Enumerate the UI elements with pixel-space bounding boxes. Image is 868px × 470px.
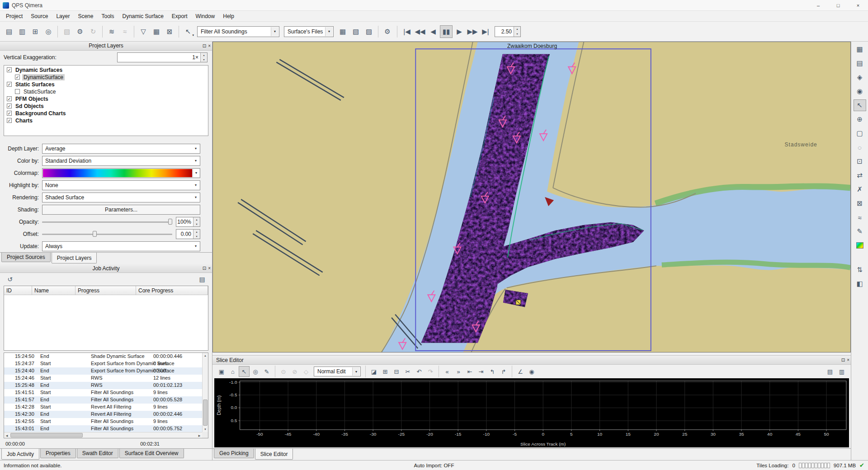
- map-canvas[interactable]: Zwaaikom Doesburg Stadsweide: [213, 42, 850, 352]
- colormap-select[interactable]: ▾: [42, 168, 200, 178]
- menu-tools[interactable]: Tools: [97, 11, 118, 22]
- play-icon[interactable]: ▶: [453, 25, 466, 38]
- spin-down-icon[interactable]: ▾: [193, 234, 200, 239]
- create-static-surface-icon[interactable]: ≈: [118, 25, 131, 38]
- colormap-tool-icon[interactable]: [854, 240, 866, 251]
- rotate-slice-left-icon[interactable]: ↰: [487, 366, 498, 377]
- opacity-spinner[interactable]: 100%▴▾: [176, 217, 200, 227]
- fast-forward-icon[interactable]: ▶▶: [466, 25, 479, 38]
- circle-select-icon[interactable]: ⊘: [289, 366, 300, 377]
- vertical-exaggeration-spinner[interactable]: 1× ▴▾: [117, 52, 208, 62]
- skip-to-end-icon[interactable]: ▶|: [479, 25, 492, 38]
- log-row[interactable]: 15:25:48EndRWS00:01:02.123: [4, 382, 202, 389]
- fast-rewind-icon[interactable]: ◀◀: [414, 25, 426, 38]
- menu-scene[interactable]: Scene: [74, 11, 97, 22]
- spinner-arrows[interactable]: ▴▾: [514, 27, 520, 37]
- swap-view-icon[interactable]: ⇅: [854, 264, 866, 276]
- accept-soundings-icon[interactable]: ⊞: [380, 366, 391, 377]
- tab-properties[interactable]: Properties: [40, 449, 76, 458]
- patch-tool-icon[interactable]: ▧: [349, 25, 362, 38]
- rotate-3d-view-icon[interactable]: ◈: [854, 71, 866, 83]
- spin-up-icon[interactable]: ▴: [193, 217, 200, 222]
- edit-pencil-icon[interactable]: ✎: [261, 366, 272, 377]
- layer-item-dynamicsurface[interactable]: ✓DynamicSurface: [4, 74, 208, 81]
- spinner-arrows[interactable]: ▴▾: [193, 230, 200, 239]
- add-raw-sonar-files-icon[interactable]: ⊞: [29, 25, 42, 38]
- measure-tool-icon[interactable]: ✎: [854, 226, 866, 237]
- tab-project-sources[interactable]: Project Sources: [1, 253, 51, 262]
- slice-tool-icon[interactable]: ▦: [336, 25, 349, 38]
- checkbox[interactable]: ✓: [7, 118, 12, 123]
- spin-up-icon[interactable]: ▴: [201, 53, 207, 57]
- spinner-arrows[interactable]: ▴▾: [200, 53, 207, 62]
- sounding-grid-view-icon[interactable]: ▦: [854, 43, 866, 55]
- horizontal-scrollbar[interactable]: ◀ ▶: [4, 432, 202, 438]
- list-menu-icon[interactable]: ▤: [197, 274, 208, 285]
- auto-reprocess-icon[interactable]: ↻: [87, 25, 99, 38]
- color-by-select[interactable]: Standard Deviation▾: [42, 156, 200, 166]
- float-panel-icon[interactable]: ⊡: [203, 43, 206, 48]
- layer-item-pfm-objects[interactable]: ✓PFM Objects: [4, 95, 208, 103]
- float-panel-icon[interactable]: ⊡: [203, 266, 206, 271]
- minimize-button[interactable]: –: [808, 0, 828, 10]
- point-select-icon[interactable]: ⊙: [278, 366, 289, 377]
- create-dynamic-surface-icon[interactable]: ≋: [105, 25, 118, 38]
- layer-item-sd-objects[interactable]: ✓Sd Objects: [4, 103, 208, 110]
- menu-layer[interactable]: Layer: [52, 11, 74, 22]
- column-progress[interactable]: Progress: [75, 286, 136, 295]
- log-row[interactable]: 15:43:01EndFilter All Soundings00:00:05.…: [4, 425, 202, 432]
- log-row[interactable]: 15:24:40EndExport Surface from Dynamic S…: [4, 367, 202, 375]
- rotate-slice-right-icon[interactable]: ↱: [498, 366, 509, 377]
- add-processed-points-icon[interactable]: ◎: [42, 25, 55, 38]
- grid-extent-icon[interactable]: ⊠: [854, 197, 866, 209]
- map-view[interactable]: Zwaaikom Doesburg Stadsweide: [212, 42, 851, 352]
- checkbox[interactable]: ✓: [15, 75, 20, 80]
- job-table[interactable]: ID Name Progress Core Progress: [4, 286, 208, 351]
- spin-up-icon[interactable]: ▴: [514, 27, 520, 32]
- menu-export[interactable]: Export: [168, 11, 192, 22]
- menu-project[interactable]: Project: [2, 11, 27, 22]
- log-row[interactable]: 15:41:51StartFilter All Soundings9 lines: [4, 389, 202, 396]
- log-row[interactable]: 15:24:37StartExport Surface from Dynamic…: [4, 360, 202, 367]
- surface-files-combo[interactable]: Surface's Files ▾: [284, 26, 334, 37]
- move-selection-icon[interactable]: ⇄: [854, 169, 866, 181]
- reject-soundings-icon[interactable]: ⊟: [391, 366, 402, 377]
- polygon-select-icon[interactable]: ◇: [301, 366, 311, 377]
- shading-parameters-button[interactable]: Parameters...: [42, 205, 200, 215]
- undo-edit-icon[interactable]: ↶: [414, 366, 425, 377]
- next-slice-icon[interactable]: »: [453, 366, 464, 377]
- slice-settings-gear-icon[interactable]: ⚙: [381, 25, 394, 38]
- skip-to-start-icon[interactable]: |◀: [401, 25, 413, 38]
- delete-area-icon[interactable]: ✗: [854, 183, 866, 195]
- log-row[interactable]: 15:42:55StartFilter All Soundings9 lines: [4, 418, 202, 425]
- column-name[interactable]: Name: [32, 286, 75, 295]
- rendering-select[interactable]: Shaded Surface▾: [42, 193, 200, 202]
- menu-source[interactable]: Source: [27, 11, 52, 22]
- checkbox[interactable]: ✓: [7, 103, 12, 108]
- sounding-grid-icon[interactable]: ▦: [150, 25, 163, 38]
- globe-view-icon[interactable]: ◉: [854, 85, 866, 97]
- checkbox[interactable]: ✓: [7, 82, 12, 87]
- new-project-icon[interactable]: ▤: [3, 25, 15, 38]
- highlight-by-select[interactable]: None▾: [42, 180, 200, 190]
- slider-handle[interactable]: [168, 219, 172, 225]
- pick-mode-icon[interactable]: ↖▾: [182, 25, 194, 38]
- scroll-right-icon[interactable]: ▶: [197, 432, 202, 438]
- shrink-slice-icon[interactable]: ⇤: [464, 366, 475, 377]
- slope-filter-icon[interactable]: ∠: [515, 366, 526, 377]
- scroll-down-icon[interactable]: ▼: [203, 427, 208, 432]
- zoom-window-icon[interactable]: ⊕: [854, 113, 866, 125]
- log-row[interactable]: 15:24:46StartRWS12 lines: [4, 375, 202, 382]
- profile-tool-icon[interactable]: ≈: [854, 212, 866, 223]
- slider-handle[interactable]: [93, 231, 97, 237]
- lasso-select-icon[interactable]: ◌: [854, 141, 866, 153]
- playback-speed-spinner[interactable]: 2.50 ▴▾: [495, 26, 521, 37]
- report-view-icon[interactable]: ▤: [825, 366, 835, 377]
- layer-item-background-charts[interactable]: ✓Background Charts: [4, 110, 208, 117]
- menu-help[interactable]: Help: [219, 11, 238, 22]
- layer-tree[interactable]: ✓Dynamic Surfaces✓DynamicSurface✓Static …: [4, 65, 208, 136]
- step-back-icon[interactable]: ◀: [427, 25, 439, 38]
- update-select[interactable]: Always▾: [42, 241, 200, 251]
- previous-slice-icon[interactable]: «: [442, 366, 453, 377]
- eraser-icon[interactable]: ◪: [368, 366, 379, 377]
